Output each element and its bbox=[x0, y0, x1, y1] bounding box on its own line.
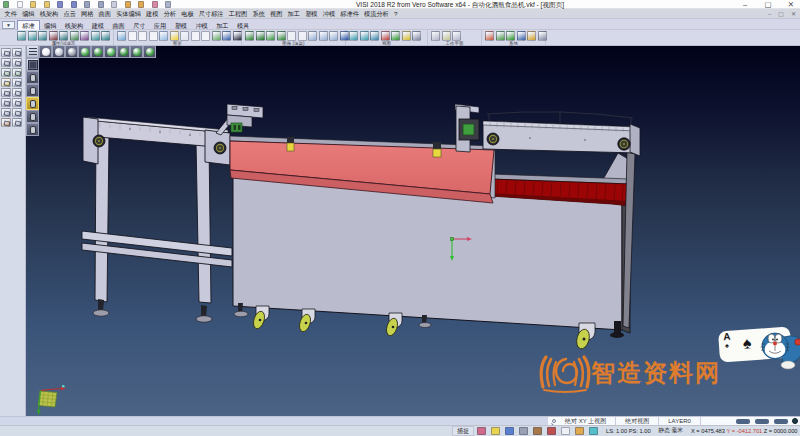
menu-item-13[interactable]: 视图 bbox=[267, 9, 285, 18]
move-icon[interactable] bbox=[1, 108, 11, 117]
view-sphere-icon[interactable] bbox=[792, 418, 798, 424]
erase-icon[interactable] bbox=[12, 48, 22, 57]
export-icon[interactable] bbox=[98, 1, 104, 8]
workplane-gold-icon[interactable] bbox=[1, 78, 11, 87]
properties-icon[interactable] bbox=[12, 118, 22, 127]
save-all-icon[interactable] bbox=[71, 1, 77, 8]
paint-icon[interactable] bbox=[1, 118, 11, 127]
ribbon-tab-2[interactable]: 线架构 bbox=[61, 21, 88, 30]
render-hidden-icon[interactable] bbox=[256, 31, 265, 41]
chip-plane-icon[interactable] bbox=[505, 427, 514, 435]
import-icon[interactable] bbox=[84, 1, 90, 8]
chip-knight-icon[interactable] bbox=[533, 427, 542, 435]
chip-arrow-icon[interactable] bbox=[547, 427, 556, 435]
select-arrow-icon[interactable] bbox=[1, 48, 11, 57]
maximize-button[interactable]: ▢ bbox=[762, 0, 774, 9]
chip-profile-icon[interactable] bbox=[477, 427, 486, 435]
shade-gray-icon[interactable] bbox=[65, 46, 78, 58]
trim-icon[interactable] bbox=[1, 98, 11, 107]
open-file-icon[interactable] bbox=[30, 1, 36, 8]
filter-magnet-icon[interactable] bbox=[80, 31, 89, 41]
close-button[interactable]: ✕ bbox=[785, 0, 797, 9]
extra-view-icon[interactable] bbox=[412, 31, 421, 41]
layers-side-icon[interactable] bbox=[12, 78, 22, 87]
chip-bulb-icon[interactable] bbox=[575, 427, 584, 435]
menu-item-12[interactable]: 系统 bbox=[250, 9, 268, 18]
layer-cylinder-5-icon[interactable] bbox=[26, 123, 39, 136]
ribbon-tab-7[interactable]: 塑模 bbox=[170, 21, 191, 30]
ribbon-tab-6[interactable]: 应用 bbox=[150, 21, 171, 30]
menu-item-9[interactable]: 电极 bbox=[179, 9, 197, 18]
mdi-minimize-button[interactable]: – bbox=[768, 10, 771, 18]
shade-green-5-icon[interactable] bbox=[130, 46, 143, 58]
viewport-3d[interactable]: 智造资料网 A ♠ ♠ bbox=[26, 46, 800, 416]
palette-icon[interactable] bbox=[485, 31, 494, 41]
ribbon-tab-8[interactable]: 冲模 bbox=[191, 21, 212, 30]
shade-green-1-icon[interactable] bbox=[78, 46, 91, 58]
ribbon-tab-3[interactable]: 建模 bbox=[87, 21, 108, 30]
chip-person-icon[interactable] bbox=[519, 427, 528, 435]
new-view-icon[interactable] bbox=[128, 31, 137, 41]
menu-item-14[interactable]: 加工 bbox=[285, 9, 303, 18]
render-wireframe-icon[interactable] bbox=[245, 31, 254, 41]
rotate-icon[interactable] bbox=[12, 108, 22, 117]
menu-item-16[interactable]: 冲模 bbox=[320, 9, 338, 18]
filter-arrow-icon[interactable] bbox=[91, 31, 100, 41]
ucs-small-icon[interactable] bbox=[12, 58, 22, 67]
chip-target-icon[interactable] bbox=[589, 427, 598, 435]
tab-dropdown-button[interactable]: ▼ bbox=[2, 21, 15, 29]
arrow-small3-icon[interactable] bbox=[329, 31, 338, 41]
dimension-icon[interactable] bbox=[12, 88, 22, 97]
menu-item-7[interactable]: 建模 bbox=[144, 9, 162, 18]
mirror-icon[interactable] bbox=[12, 98, 22, 107]
menu-item-18[interactable]: 模流分析 bbox=[361, 9, 391, 18]
chip-page-icon[interactable] bbox=[561, 427, 570, 435]
system-gray-icon[interactable] bbox=[538, 31, 547, 41]
filter-attributes-icon[interactable] bbox=[17, 31, 26, 41]
active-plane-label[interactable]: 绝对 XY 上视图 bbox=[556, 417, 616, 425]
menu-item-10[interactable]: 尺寸标注 bbox=[196, 9, 226, 18]
filter-pencil-icon[interactable] bbox=[28, 31, 37, 41]
menu-item-11[interactable]: 工程图 bbox=[226, 9, 250, 18]
workplane-sketch-icon[interactable] bbox=[431, 31, 440, 41]
view-menu-icon[interactable] bbox=[26, 46, 39, 58]
menu-item-8[interactable]: 分析 bbox=[161, 9, 179, 18]
filter-wireframe-icon[interactable] bbox=[38, 31, 47, 41]
menu-item-3[interactable]: 点云 bbox=[61, 9, 79, 18]
ribbon-tab-1[interactable]: 编辑 bbox=[40, 21, 61, 30]
menu-item-17[interactable]: 标准件 bbox=[338, 9, 362, 18]
ribbon-tab-5[interactable]: 尺寸 bbox=[129, 21, 150, 30]
shade-green-4-icon[interactable] bbox=[117, 46, 130, 58]
menu-item-15[interactable]: 塑模 bbox=[303, 9, 321, 18]
plane-swatch-2[interactable] bbox=[755, 419, 769, 424]
mdi-restore-button[interactable]: ▢ bbox=[778, 10, 784, 18]
menu-item-0[interactable]: 文件 bbox=[2, 9, 20, 18]
plane-swatch-3[interactable] bbox=[774, 419, 788, 424]
ribbon-tab-9[interactable]: 加工 bbox=[212, 21, 233, 30]
zoom-window-icon[interactable] bbox=[1, 58, 11, 67]
menu-item-5[interactable]: 曲面 bbox=[96, 9, 114, 18]
menu-item-1[interactable]: 编辑 bbox=[20, 9, 38, 18]
shade-green-6-icon[interactable] bbox=[143, 46, 156, 58]
grid-color-icon[interactable] bbox=[496, 31, 505, 41]
lamp-icon[interactable] bbox=[402, 31, 411, 41]
plane-swatch-1[interactable] bbox=[736, 419, 750, 424]
zoom-all-icon[interactable] bbox=[370, 31, 379, 41]
layer-cylinder-1-icon[interactable] bbox=[26, 71, 39, 84]
shade-light-icon[interactable] bbox=[52, 46, 65, 58]
shade-white-icon[interactable] bbox=[39, 46, 52, 58]
shade-green-3-icon[interactable] bbox=[104, 46, 117, 58]
view-page4-icon[interactable] bbox=[201, 31, 210, 41]
sphere-green-icon[interactable] bbox=[391, 31, 400, 41]
layers-icon[interactable] bbox=[212, 31, 221, 41]
arrow-small2-icon[interactable] bbox=[319, 31, 328, 41]
snap-label[interactable]: 捕捉 bbox=[452, 426, 474, 436]
arrow-small1-icon[interactable] bbox=[308, 31, 317, 41]
ribbon-tab-4[interactable]: 曲面 bbox=[108, 21, 129, 30]
sun-icon[interactable] bbox=[527, 31, 536, 41]
view-list-icon[interactable] bbox=[26, 58, 39, 71]
active-view-label[interactable]: 绝对视图 bbox=[616, 417, 659, 425]
book-icon[interactable] bbox=[222, 31, 231, 41]
menu-item-4[interactable]: 网格 bbox=[78, 9, 96, 18]
dynamic-view-icon[interactable] bbox=[360, 31, 369, 41]
